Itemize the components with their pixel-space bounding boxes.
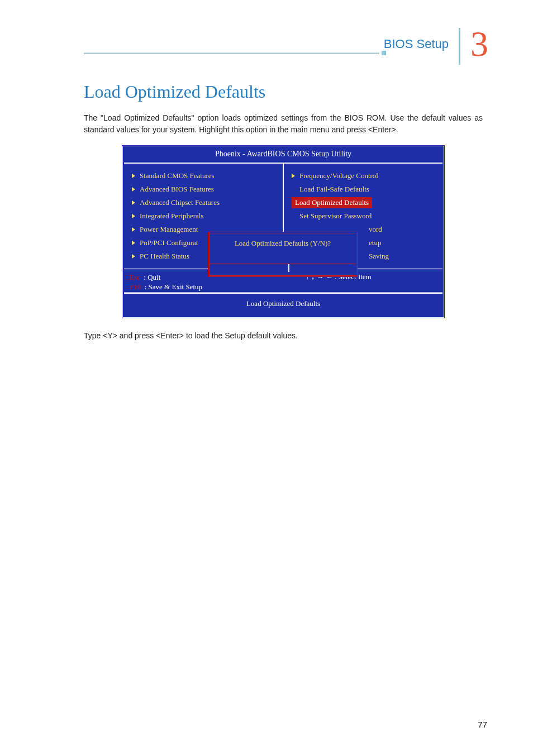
bios-popup-text: Load Optimized Defaults (Y/N)? — [210, 233, 356, 265]
chapter-number-box: 3 — [459, 28, 488, 65]
bios-item-label: Load Optimized Defaults — [295, 198, 369, 207]
bios-footer: Load Optimized Defaults — [124, 292, 442, 316]
page-number: 77 — [478, 720, 487, 729]
bios-screenshot: Phoenix - AwardBIOS CMOS Setup Utility S… — [121, 145, 445, 319]
bios-key-f10-label: : Save & Exit Setup — [145, 283, 202, 291]
bios-key-f10: F10 — [130, 283, 141, 291]
bios-item-label: Integrated Peripherals — [140, 212, 203, 221]
bios-item-label: Power Management — [140, 225, 198, 234]
triangle-icon — [132, 254, 135, 259]
bios-menu-fragment: vord — [369, 223, 514, 236]
closing-paragraph: Type <Y> and press <Enter> to load the S… — [84, 330, 483, 342]
chapter-number: 3 — [470, 28, 488, 60]
bios-item-label: Advanced Chipset Features — [140, 198, 220, 207]
bios-menu-fragment: Saving — [369, 250, 514, 263]
cursor-icon — [288, 264, 289, 272]
bios-item-label: Set Supervisor Password — [299, 212, 372, 221]
bios-menu-item[interactable]: Load Fail-Safe Defaults — [292, 183, 437, 196]
triangle-icon — [132, 200, 135, 205]
bios-menu-item[interactable]: Integrated Peripherals — [132, 209, 277, 223]
bios-popup[interactable]: Load Optimized Defaults (Y/N)? — [208, 232, 358, 277]
bios-menu-item[interactable]: Advanced BIOS Features — [132, 183, 277, 196]
triangle-icon — [132, 241, 135, 245]
bios-menu-item[interactable]: Advanced Chipset Features — [132, 196, 277, 209]
bios-key-esc-label: : Quit — [144, 273, 160, 281]
bios-menu-item[interactable]: Frequency/Voltage Control — [292, 169, 437, 183]
bios-item-label: Load Fail-Safe Defaults — [299, 185, 369, 194]
bios-item-label: Advanced BIOS Features — [140, 185, 214, 194]
page-header: BIOS Setup 3 — [78, 28, 488, 65]
header-label: BIOS Setup — [384, 37, 449, 51]
triangle-icon — [132, 227, 135, 232]
bios-menu-item[interactable]: Set Supervisor Password — [292, 209, 437, 223]
bios-item-label: PnP/PCI Configurat — [140, 238, 198, 247]
triangle-icon — [132, 187, 135, 192]
bios-key-esc: Esc — [130, 273, 140, 281]
bios-menu-item[interactable]: Standard CMOS Features — [132, 169, 277, 183]
header-rule — [84, 52, 379, 54]
bios-title: Phoenix - AwardBIOS CMOS Setup Utility — [124, 147, 442, 162]
bios-item-label: PC Health Status — [140, 252, 189, 261]
bios-item-label: Standard CMOS Features — [140, 171, 215, 180]
section-title: Load Optimized Defaults — [84, 82, 488, 102]
bios-menu: Standard CMOS Features Advanced BIOS Fea… — [124, 162, 442, 269]
bios-menu-item-selected[interactable]: Load Optimized Defaults — [292, 197, 372, 208]
triangle-icon — [292, 174, 295, 178]
triangle-icon — [132, 214, 135, 218]
bios-item-label: Frequency/Voltage Control — [299, 171, 378, 180]
intro-paragraph: The "Load Optimized Defaults" option loa… — [84, 112, 483, 136]
bios-menu-fragment: etup — [369, 236, 514, 250]
triangle-icon — [132, 174, 135, 178]
